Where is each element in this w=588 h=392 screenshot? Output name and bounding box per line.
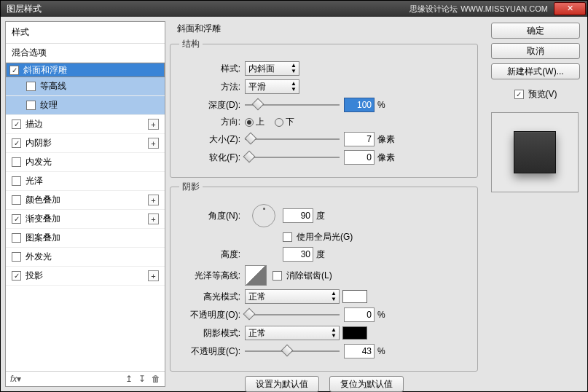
shadow-color-swatch[interactable] <box>342 326 367 340</box>
depth-input[interactable]: 100 <box>344 98 375 112</box>
angle-unit: 度 <box>316 210 325 222</box>
altitude-input[interactable]: 30 <box>283 247 313 262</box>
direction-down-radio[interactable] <box>275 118 283 127</box>
direction-up-radio[interactable] <box>245 118 254 127</box>
preview-checkbox[interactable] <box>514 90 524 99</box>
checkbox-icon[interactable] <box>12 119 21 129</box>
add-icon[interactable]: + <box>148 213 159 224</box>
titlebar[interactable]: 图层样式 思缘设计论坛 WWW.MISSYUAN.COM ✕ <box>1 1 587 17</box>
shading-legend: 阴影 <box>179 181 203 193</box>
size-unit: 像素 <box>377 133 395 146</box>
global-light-checkbox[interactable] <box>283 232 292 242</box>
shadow-opacity-label: 不透明度(C): <box>179 345 245 358</box>
checkbox-icon[interactable] <box>26 82 36 91</box>
add-icon[interactable]: + <box>148 119 159 130</box>
direction-label: 方向: <box>179 116 245 128</box>
close-button[interactable]: ✕ <box>554 2 586 15</box>
shadow-mode-select[interactable]: 正常▲▼ <box>245 326 340 340</box>
arrow-up-icon[interactable]: ↥ <box>125 374 133 384</box>
checkbox-icon[interactable] <box>12 214 21 224</box>
reset-default-button[interactable]: 复位为默认值 <box>329 376 404 392</box>
panel-title: 斜面和浮雕 <box>170 23 478 35</box>
sidebar-item-satin[interactable]: 光泽 <box>6 172 165 191</box>
fx-icon[interactable]: fx▾ <box>10 374 21 384</box>
size-slider[interactable] <box>245 133 340 145</box>
checkbox-icon[interactable] <box>12 195 21 205</box>
add-icon[interactable]: + <box>148 195 159 205</box>
sidebar-item-inner-glow[interactable]: 内发光 <box>6 153 165 172</box>
gloss-contour-label: 光泽等高线: <box>179 270 245 282</box>
technique-select[interactable]: 平滑▲▼ <box>245 79 299 94</box>
highlight-mode-label: 高光模式: <box>179 291 245 303</box>
dropdown-icon: ▲▼ <box>331 327 336 339</box>
ok-button[interactable]: 确定 <box>491 23 580 39</box>
global-light-label: 使用全局光(G) <box>297 231 353 243</box>
shading-group: 阴影 角度(N): 90 度 使用全局光(G) 高度: 30 <box>170 181 478 372</box>
trash-icon[interactable]: 🗑 <box>152 374 160 384</box>
arrow-down-icon[interactable]: ↧ <box>138 374 146 384</box>
sidebar-item-stroke[interactable]: 描边 + <box>6 115 165 134</box>
preview-label: 预览(V) <box>528 88 557 101</box>
preview-swatch <box>514 131 556 173</box>
soften-unit: 像素 <box>377 152 395 164</box>
sidebar-item-texture[interactable]: 纹理 <box>6 96 165 115</box>
highlight-opacity-label: 不透明度(O): <box>179 309 245 321</box>
checkbox-icon[interactable] <box>12 138 21 148</box>
add-icon[interactable]: + <box>148 138 159 149</box>
cancel-button[interactable]: 取消 <box>491 43 580 59</box>
checkbox-icon[interactable] <box>9 66 19 75</box>
sidebar-item-inner-shadow[interactable]: 内阴影 + <box>6 134 165 153</box>
structure-legend: 结构 <box>179 38 203 50</box>
blending-options[interactable]: 混合选项 <box>6 44 165 63</box>
technique-label: 方法: <box>179 81 245 93</box>
soften-label: 软化(F): <box>179 152 245 164</box>
style-select[interactable]: 内斜面▲▼ <box>245 61 299 76</box>
dropdown-icon: ▲▼ <box>291 63 296 74</box>
sidebar-item-outer-glow[interactable]: 外发光 <box>6 248 165 267</box>
anti-alias-checkbox[interactable] <box>273 271 282 281</box>
soften-input[interactable]: 0 <box>344 150 375 165</box>
highlight-opacity-input[interactable]: 0 <box>344 307 375 322</box>
size-input[interactable]: 7 <box>344 132 375 146</box>
highlight-color-swatch[interactable] <box>342 290 367 303</box>
depth-slider[interactable] <box>245 99 340 111</box>
angle-dial[interactable] <box>252 204 275 227</box>
sidebar-item-pattern-overlay[interactable]: 图案叠加 <box>6 229 165 248</box>
make-default-button[interactable]: 设置为默认值 <box>245 376 319 392</box>
highlight-opacity-slider[interactable] <box>245 309 340 321</box>
add-icon[interactable]: + <box>148 270 159 281</box>
sidebar-item-contour[interactable]: 等高线 <box>6 77 165 96</box>
styles-sidebar: 样式 混合选项 斜面和浮雕 等高线 纹理 描边 + <box>5 21 165 387</box>
shadow-opacity-slider[interactable] <box>245 345 340 357</box>
size-label: 大小(Z): <box>179 133 245 146</box>
angle-label: 角度(N): <box>179 210 245 222</box>
shadow-opacity-input[interactable]: 43 <box>344 344 375 358</box>
preview-box <box>491 112 579 192</box>
sidebar-header: 样式 <box>6 22 165 44</box>
checkbox-icon[interactable] <box>26 101 36 110</box>
checkbox-icon[interactable] <box>12 157 21 167</box>
bevel-panel: 斜面和浮雕 结构 样式: 内斜面▲▼ 方法: 平滑▲▼ 深度(D): 100 % <box>170 17 484 391</box>
sidebar-item-gradient-overlay[interactable]: 渐变叠加 + <box>6 210 165 229</box>
sidebar-footer: fx▾ ↥ ↧ 🗑 <box>6 371 165 386</box>
altitude-label: 高度: <box>179 248 245 261</box>
sidebar-item-drop-shadow[interactable]: 投影 + <box>6 267 165 286</box>
soften-slider[interactable] <box>245 152 340 163</box>
brand-text: 思缘设计论坛 <box>409 4 460 15</box>
dropdown-icon: ▲▼ <box>331 291 336 302</box>
brand-url: WWW.MISSYUAN.COM <box>460 4 551 13</box>
angle-input[interactable]: 90 <box>283 208 313 223</box>
checkbox-icon[interactable] <box>12 271 21 281</box>
sidebar-item-bevel[interactable]: 斜面和浮雕 <box>6 63 165 77</box>
gloss-contour-picker[interactable] <box>245 265 267 286</box>
checkbox-icon[interactable] <box>12 233 21 243</box>
window-title: 图层样式 <box>2 3 409 15</box>
right-column: 确定 取消 新建样式(W)... 预览(V) <box>484 17 587 391</box>
checkbox-icon[interactable] <box>12 252 21 262</box>
sidebar-item-color-overlay[interactable]: 颜色叠加 + <box>6 191 165 210</box>
new-style-button[interactable]: 新建样式(W)... <box>491 63 580 79</box>
style-label: 样式: <box>179 63 245 75</box>
shadow-mode-label: 阴影模式: <box>179 327 245 340</box>
highlight-mode-select[interactable]: 正常▲▼ <box>245 289 340 304</box>
checkbox-icon[interactable] <box>12 176 21 186</box>
